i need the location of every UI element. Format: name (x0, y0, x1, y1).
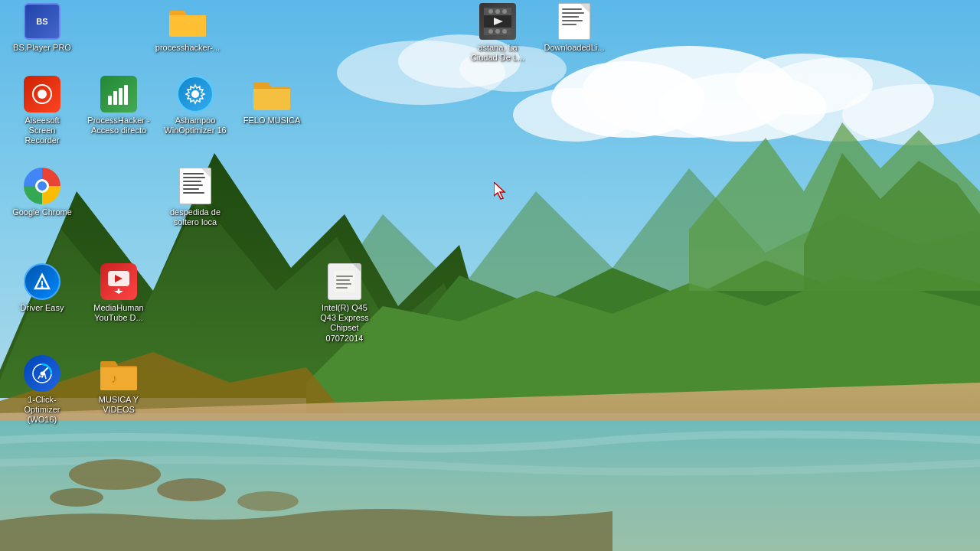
ashampoo-label: Ashampoo WinOptimizer 16 (164, 116, 227, 135)
svg-point-27 (38, 90, 47, 99)
bsplayer-icon-img: BS (24, 3, 60, 40)
icon-processhacker-folder[interactable]: processhacker-... (153, 0, 222, 56)
musica-videos-label: MUSICA Y VIDEOS (87, 395, 150, 415)
icon-musica-videos[interactable]: ♪ MUSICA Y VIDEOS (84, 352, 153, 418)
optimizer-graphic (31, 362, 54, 385)
svg-rect-40 (334, 271, 355, 292)
icon-despedida[interactable]: despedida de soltero loca (161, 165, 230, 230)
ph-graph-icon (106, 82, 131, 106)
bsplayer-label: BS.Player PRO (13, 43, 71, 53)
svg-point-24 (502, 29, 507, 34)
svg-rect-41 (336, 276, 353, 277)
svg-marker-39 (114, 291, 123, 294)
video-play-icon (484, 8, 511, 35)
svg-rect-30 (119, 88, 122, 105)
intel-file-icon (332, 269, 357, 294)
musica-folder-icon-img: ♪ (100, 357, 137, 390)
svg-point-21 (502, 9, 507, 14)
icon-ashampoo[interactable]: Ashampoo WinOptimizer 16 (161, 73, 230, 139)
aiseesoft-label: Aiseesoft Screen Recorder (11, 116, 74, 146)
felo-musica-label: FELO MUSICA (243, 116, 301, 126)
icon-optimizer[interactable]: 1-Click-Optimizer (WO16) (8, 352, 77, 429)
video-icon-img (479, 3, 516, 40)
despedida-label: despedida de soltero loca (164, 207, 227, 227)
chrome-label: Google Chrome (12, 207, 72, 217)
ashampoo-icon-img (177, 76, 214, 112)
driver-easy-label: Driver Easy (21, 303, 64, 313)
icon-video-astana[interactable]: astana, La Ciudad De L... (463, 0, 532, 66)
processhacker-icon-img (100, 76, 137, 112)
mediahuman-label: MediaHuman YouTube D... (87, 303, 150, 323)
mediahuman-icon-img (100, 263, 137, 300)
felo-folder-icon-img (253, 78, 290, 110)
video-astana-label: astana, La Ciudad De L... (466, 43, 529, 63)
icon-bsplayer[interactable]: BS BS.Player PRO (8, 0, 77, 56)
icon-driver-easy[interactable]: Driver Easy (8, 260, 77, 316)
aiseesoft-icon-img (24, 76, 60, 112)
driver-easy-icon-img (24, 263, 60, 300)
desktop: BS BS.Player PRO processhacker-... (0, 0, 980, 551)
svg-point-22 (488, 29, 493, 34)
folder-icon-img (169, 6, 206, 37)
svg-rect-29 (113, 91, 117, 105)
svg-point-35 (41, 286, 44, 289)
gear-icon (185, 83, 206, 105)
intel-icon-img (328, 263, 361, 300)
svg-rect-28 (108, 96, 112, 105)
svg-point-32 (191, 90, 199, 98)
svg-point-19 (488, 9, 493, 14)
svg-rect-44 (336, 287, 348, 289)
processhacker-label: ProcessHacker - Acceso directo (87, 116, 150, 135)
svg-text:♪: ♪ (111, 372, 117, 385)
icon-chrome[interactable]: Google Chrome (8, 165, 77, 220)
despedida-icon-img (179, 168, 211, 204)
driver-easy-graphic (31, 270, 54, 293)
downloadedli-label: DownloadedLi... (544, 43, 605, 53)
svg-rect-31 (124, 85, 128, 105)
optimizer-icon-img (24, 355, 60, 392)
icon-downloadedli[interactable]: DownloadedLi... (540, 0, 609, 56)
icon-intel-chipset[interactable]: Intel(R) Q45 Q43 Express Chipset 0707201… (310, 260, 379, 347)
yt-download-icon (106, 269, 132, 295)
icon-felo-musica[interactable]: FELO MUSICA (237, 73, 306, 129)
record-icon (31, 83, 54, 106)
txt-icon-img (558, 3, 590, 40)
icon-processhacker[interactable]: ProcessHacker - Acceso directo (84, 73, 153, 139)
icon-aiseesoft[interactable]: Aiseesoft Screen Recorder (8, 73, 77, 149)
svg-rect-43 (336, 283, 351, 285)
svg-point-23 (495, 29, 500, 34)
processhacker-folder-label: processhacker-... (155, 43, 220, 53)
svg-point-20 (495, 9, 500, 14)
chrome-icon-img (24, 168, 60, 204)
svg-rect-42 (336, 279, 350, 281)
optimizer-label: 1-Click-Optimizer (WO16) (11, 395, 74, 425)
icon-mediahuman[interactable]: MediaHuman YouTube D... (84, 260, 153, 326)
intel-chipset-label: Intel(R) Q45 Q43 Express Chipset 0707201… (313, 303, 376, 344)
